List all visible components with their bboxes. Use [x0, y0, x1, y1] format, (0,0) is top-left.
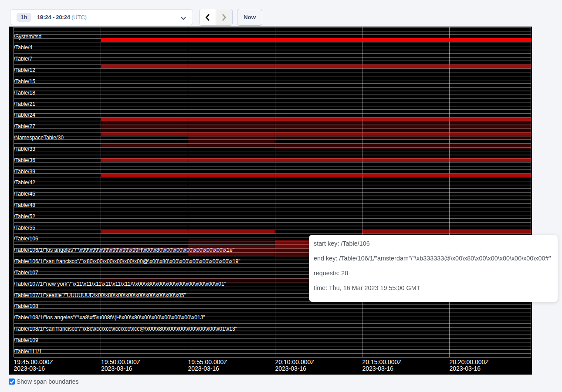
svg-text:/Table/107: /Table/107 — [14, 270, 38, 276]
svg-text:2023-03-16: 2023-03-16 — [101, 365, 132, 372]
svg-text:/Table/7: /Table/7 — [14, 56, 33, 62]
svg-text:2023-03-16: 2023-03-16 — [450, 365, 481, 372]
svg-text:19:45:00.000Z: 19:45:00.000Z — [14, 358, 54, 365]
svg-text:/NamespaceTable/30: /NamespaceTable/30 — [14, 135, 64, 141]
svg-text:/Table/24: /Table/24 — [14, 112, 36, 118]
svg-text:/Table/12: /Table/12 — [14, 67, 36, 73]
svg-text:/Table/42: /Table/42 — [14, 179, 36, 186]
svg-text:/Table/33: /Table/33 — [14, 146, 36, 152]
svg-text:/Table/106/1/"san francisco"/": /Table/106/1/"san francisco"/"\x80\x00\x… — [14, 258, 240, 264]
svg-text:/Table/111/1: /Table/111/1 — [14, 348, 42, 355]
svg-text:20:20:00.000Z: 20:20:00.000Z — [450, 358, 489, 365]
svg-text:/Table/27: /Table/27 — [14, 123, 36, 129]
svg-text:/Table/36: /Table/36 — [14, 157, 36, 163]
svg-text:19:55:00.000Z: 19:55:00.000Z — [188, 358, 228, 365]
svg-text:/Table/108/1/"los angeles"/"\x: /Table/108/1/"los angeles"/"\xa8\xf5\u00… — [14, 314, 205, 321]
svg-text:/Table/21: /Table/21 — [14, 101, 36, 107]
svg-text:2023-03-16: 2023-03-16 — [362, 365, 394, 372]
svg-text:2023-03-16: 2023-03-16 — [14, 365, 45, 372]
svg-text:/Table/52: /Table/52 — [14, 213, 36, 220]
svg-text:20:15:00.000Z: 20:15:00.000Z — [362, 358, 402, 365]
svg-text:/Table/109: /Table/109 — [14, 337, 38, 343]
svg-text:/Table/15: /Table/15 — [14, 78, 36, 84]
svg-text:/Table/39: /Table/39 — [14, 169, 36, 175]
svg-text:/Table/107/1/"seattle"/"UUUUUU: /Table/107/1/"seattle"/"UUUUUUD\x00\x80\… — [14, 292, 186, 298]
svg-text:/Table/106: /Table/106 — [14, 236, 38, 242]
svg-text:/Table/18: /Table/18 — [14, 90, 36, 96]
svg-text:/Table/4: /Table/4 — [14, 44, 33, 51]
svg-text:/Table/108: /Table/108 — [14, 303, 38, 309]
svg-text:20:10:00.000Z: 20:10:00.000Z — [275, 358, 315, 365]
svg-text:/System/tsd: /System/tsd — [14, 34, 42, 40]
svg-text:/Table/55: /Table/55 — [14, 225, 36, 231]
svg-text:/Table/107/1/"new york"/"\x11\: /Table/107/1/"new york"/"\x11\x11\x11\x1… — [14, 281, 227, 287]
svg-text:/Table/108/1/"san francisco"/": /Table/108/1/"san francisco"/"\x8c\xcc\x… — [14, 326, 237, 332]
svg-text:2023-03-16: 2023-03-16 — [188, 365, 220, 372]
svg-text:/Table/45: /Table/45 — [14, 191, 36, 197]
svg-text:2023-03-16: 2023-03-16 — [275, 365, 307, 372]
svg-text:/Table/106/1/"los angeles"/"\x: /Table/106/1/"los angeles"/"\x99\x99\x99… — [14, 247, 234, 253]
svg-text:19:50:00.000Z: 19:50:00.000Z — [101, 358, 141, 365]
svg-text:/Table/48: /Table/48 — [14, 202, 36, 208]
